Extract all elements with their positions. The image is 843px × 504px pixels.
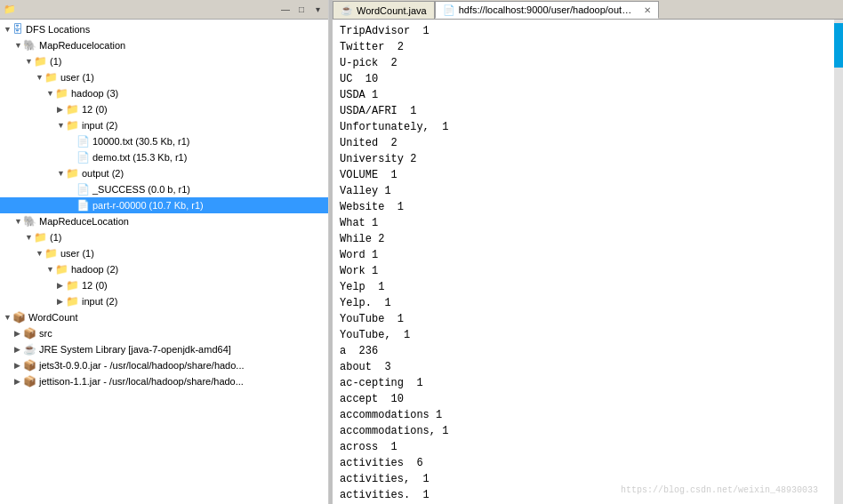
tree-item-jets3t[interactable]: ▶📦jets3t-0.9.0.jar - /usr/local/hadoop/s… [0,357,328,373]
tree-item-wordcount-proj[interactable]: ▼📦WordCount [0,309,328,325]
tree-item-10000-txt[interactable]: 📄10000.txt (30.5 Kb, r1) [0,133,328,149]
tree-arrow: ▶ [57,281,66,290]
tree-item-input-2-2[interactable]: ▶📁input (2) [0,293,328,309]
tree-item-mapreducelocation-2[interactable]: ▼🐘MapReduceLocation [0,213,328,229]
tree-icon-src: 📦 [23,327,36,340]
tree-icon-project: 📦 [12,311,26,324]
file-line: Unfortunately, 1 [340,119,827,135]
tree-item-output-2[interactable]: ▼📁output (2) [0,165,328,181]
tree-arrow: ▼ [46,89,55,98]
tree-label: (1) [50,56,61,67]
tree-arrow: ▼ [25,57,34,66]
main-layout: 📁 — □ ▾ ▼🗄DFS Locations▼🐘MapReducelocati… [0,0,843,504]
tree-arrow: ▼ [4,25,12,34]
tree-label: jettison-1.1.jar - /usr/local/hadoop/sha… [39,376,244,387]
file-line: Work 1 [340,263,827,279]
tree-item-jettison[interactable]: ▶📦jettison-1.1.jar - /usr/local/hadoop/s… [0,373,328,389]
tree-arrow: ▼ [36,249,44,258]
tree-icon-folder: 📁 [66,119,79,132]
tree-icon-file: 📄 [76,183,90,196]
tree-label: (1) [50,232,61,243]
explorer-icon: 📁 [4,4,16,15]
file-line: Yelp. 1 [340,295,827,311]
tab-icon-hdfs-output: 📄 [443,4,455,16]
file-line: U-pick 2 [340,55,827,71]
tree-icon-folder: 📁 [66,103,79,116]
explorer-toolbar: — □ ▾ [278,3,325,17]
scrollbar-thumb[interactable] [834,23,843,68]
tree-item-folder-2[interactable]: ▼📁(1) [0,229,328,245]
tab-hdfs-output[interactable]: 📄hdfs://localhost:9000/user/hadoop/outpu… [435,1,659,19]
toolbar-maximize-btn[interactable]: □ [294,3,309,17]
tree-label: input (2) [82,120,117,131]
tab-icon-wordcount-java: ☕ [341,4,353,16]
tree-item-hadoop-3[interactable]: ▼📁hadoop (3) [0,85,328,101]
tree-label: WordCount [28,312,77,323]
tree-label: 10000.txt (30.5 Kb, r1) [92,136,189,147]
tab-wordcount-java[interactable]: ☕WordCount.java [333,1,435,19]
tree-arrow: ▼ [57,169,66,178]
tree-label: demo.txt (15.3 Kb, r1) [92,152,187,163]
tree-label: MapReduceLocation [39,216,129,227]
file-line: UC 10 [340,71,827,87]
file-line: United 2 [340,135,827,151]
file-line: activities 6 [340,455,827,471]
tree-item-success[interactable]: 📄_SUCCESS (0.0 b, r1) [0,181,328,197]
tree-item-src[interactable]: ▶📦src [0,325,328,341]
file-line: VOLUME 1 [340,167,827,183]
tree-item-12-0[interactable]: ▶📁12 (0) [0,101,328,117]
tree-arrow: ▶ [14,377,23,386]
tree-label: hadoop (3) [71,88,118,99]
tree-label: jets3t-0.9.0.jar - /usr/local/hadoop/sha… [39,360,245,371]
tree-item-hadoop-2[interactable]: ▼📁hadoop (2) [0,261,328,277]
tree-icon-folder: 📁 [44,71,58,84]
tree-icon-location: 🐘 [23,215,36,228]
tree-arrow: ▼ [14,217,23,226]
watermark: https://blog.csdn.net/weixin_48930033 [621,484,818,497]
file-line: TripAdvisor 1 [340,23,827,39]
tree-item-part-r[interactable]: 📄part-r-00000 (10.7 Kb, r1) [0,197,328,213]
file-line: While 2 [340,231,827,247]
tree-arrow: ▼ [36,73,44,82]
tree-label: input (2) [82,296,117,307]
right-panel: ☕WordCount.java📄hdfs://localhost:9000/us… [333,0,843,504]
toolbar-minimize-btn[interactable]: — [278,3,293,17]
tree-item-folder-1[interactable]: ▼📁(1) [0,53,328,69]
tree-icon-file: 📄 [76,199,90,212]
tree-arrow: ▶ [57,105,66,114]
tree-item-user-1[interactable]: ▼📁user (1) [0,69,328,85]
tree-item-demo-txt[interactable]: 📄demo.txt (15.3 Kb, r1) [0,149,328,165]
file-line: University 2 [340,151,827,167]
file-line: What 1 [340,215,827,231]
file-line: Twitter 2 [340,39,827,55]
tree-arrow: ▼ [46,265,55,274]
file-line: USDA/AFRI 1 [340,103,827,119]
tree-arrow: ▼ [14,41,23,50]
vertical-scrollbar[interactable] [834,20,843,504]
tab-close-hdfs-output[interactable]: ✕ [644,5,651,15]
file-line: Valley 1 [340,183,827,199]
tree-arrow: ▼ [25,233,34,242]
tree-label: JRE System Library [java-7-openjdk-amd64… [39,344,231,355]
tree-item-jre[interactable]: ▶☕JRE System Library [java-7-openjdk-amd… [0,341,328,357]
tree-arrow: ▶ [14,345,23,354]
tree-icon-folder: 📁 [66,295,79,308]
tab-label-wordcount-java: WordCount.java [357,5,427,16]
tree-arrow: ▶ [57,297,66,306]
file-line: Website 1 [340,199,827,215]
tree-item-mapreducelocation-1[interactable]: ▼🐘MapReducelocation [0,37,328,53]
toolbar-view-menu-btn[interactable]: ▾ [310,3,325,17]
file-line: Yelp 1 [340,279,827,295]
tree-icon-folder: 📁 [66,167,79,180]
tree-item-12-0-2[interactable]: ▶📁12 (0) [0,277,328,293]
tree-item-dfs-locations[interactable]: ▼🗄DFS Locations [0,21,328,37]
tree-arrow: ▼ [4,313,12,322]
tree-item-input-2[interactable]: ▼📁input (2) [0,117,328,133]
tree-icon-folder: 📁 [55,87,68,100]
tree-label: output (2) [82,168,124,179]
tree-label: DFS Locations [26,24,90,35]
tree-item-user-2[interactable]: ▼📁user (1) [0,245,328,261]
tree-arrow: ▶ [14,329,23,338]
tree-icon-folder: 📁 [44,247,58,260]
file-line: accommodations, 1 [340,423,827,439]
